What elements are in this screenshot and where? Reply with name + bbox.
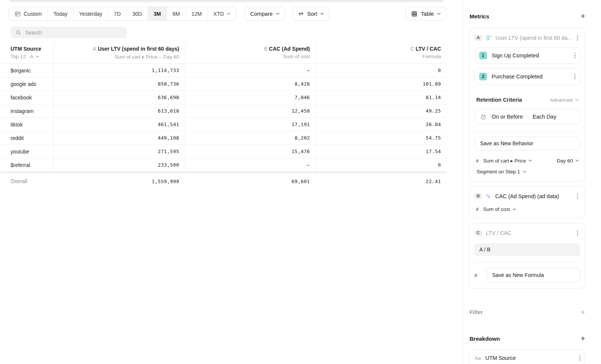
range-7d[interactable]: 7D (108, 7, 126, 20)
add-metric-button[interactable]: + (581, 13, 585, 20)
row-label: $referral (0, 158, 54, 172)
retention-criteria-selector[interactable]: On or Before Each Day (474, 109, 580, 125)
chevron-down-icon (437, 13, 441, 15)
view-table-button[interactable]: Table (406, 7, 446, 21)
search-input[interactable] (25, 30, 115, 36)
range-custom[interactable]: Custom (9, 7, 47, 20)
overall-value-a: 1,559,999 (54, 173, 185, 190)
row-label: tiktok (0, 118, 54, 131)
range-12m[interactable]: 12M (186, 7, 207, 20)
chevron-down-icon (227, 13, 230, 15)
breakdown-table: UTM Source Top 12 · A AUser LTV (spend i… (0, 42, 447, 190)
row-value-c: 0 (316, 64, 447, 77)
metric-b-header[interactable]: B CAC (Ad Spend) (ad data) (474, 191, 580, 201)
save-as-new-formula-button[interactable]: Save as New Formula (486, 268, 580, 282)
chevron-down-icon (575, 159, 579, 162)
sort-button[interactable]: Sort (293, 7, 330, 21)
series-letter: B (264, 46, 267, 52)
row-value-b: 7,846 (185, 91, 316, 104)
row-value-b: – (185, 64, 316, 77)
scrolled-card-edge (9, 0, 444, 3)
series-letter: C (410, 46, 414, 52)
row-value-a: 271,595 (54, 145, 185, 158)
range-yesterday[interactable]: Yesterday (73, 7, 108, 20)
range-label: 6M (172, 11, 180, 17)
row-value-a: 858,736 (54, 77, 185, 91)
compare-button[interactable]: Compare (245, 7, 285, 21)
table-row[interactable]: tiktok 461,541 17,191 26.84 (0, 118, 447, 131)
view-label: Table (421, 11, 434, 17)
metric-c-header[interactable]: C LTV / CAC (474, 228, 580, 238)
range-30d[interactable]: 30D (126, 7, 148, 20)
formula-save-row: # Save as New Formula (474, 268, 580, 282)
step-label: Sign Up Completed (492, 53, 567, 59)
range-3m-active[interactable]: 3M (148, 7, 166, 20)
column-title: CAC (Ad Spend) (269, 46, 310, 52)
column-header-cac[interactable]: BCAC (Ad Spend) Sum of cost (185, 42, 316, 63)
metric-b-badge: B (474, 193, 482, 200)
column-title: LTV / CAC (416, 46, 441, 52)
column-header-utm-source[interactable]: UTM Source Top 12 · A (0, 42, 54, 63)
range-label: 3M (154, 11, 161, 17)
number-type-icon: # (474, 272, 477, 278)
table-row[interactable]: reddit 449,108 8,202 54.75 (0, 131, 447, 145)
aggregation-property-label: Sum of cost (483, 206, 510, 212)
table-row[interactable]: facebook 636,698 7,846 81.14 (0, 91, 447, 104)
table-row[interactable]: $referral 233,500 – 0 (0, 158, 447, 172)
card-divider (474, 262, 580, 262)
row-value-c: 101.89 (316, 77, 447, 91)
metrics-title: Metrics (470, 13, 489, 20)
add-breakdown-button[interactable]: + (581, 335, 585, 342)
metric-a-menu-icon[interactable] (575, 34, 580, 42)
sum-of-cost-dropdown[interactable]: Sum of cost (483, 206, 516, 212)
metrics-header: Metrics + (470, 13, 585, 20)
sort-label: Sort (307, 11, 317, 17)
formula-input[interactable]: A / B (474, 243, 580, 256)
click-spark-icon (486, 194, 491, 199)
sort-arrows-icon (298, 11, 304, 17)
window-dropdown[interactable]: Day 60 (557, 158, 579, 164)
metric-c-badge: C (474, 230, 482, 236)
table-row[interactable]: instagram 613,618 12,458 49.25 (0, 104, 447, 118)
retention-mode-dropdown[interactable]: Advanced (550, 97, 578, 103)
table-row[interactable]: google ads 858,736 8,428 101.89 (0, 77, 447, 91)
metric-c-menu-icon[interactable] (575, 229, 580, 237)
step-menu-icon[interactable] (572, 72, 578, 81)
retention-criteria-row: Retention Criteria Advanced (476, 97, 578, 103)
column-subtitle: Sum of cost (283, 54, 310, 59)
row-value-b: 12,458 (185, 104, 316, 118)
range-6m[interactable]: 6M (166, 7, 185, 20)
breakdown-header: Breakdown + (470, 335, 585, 342)
step-2-purchase[interactable]: 2 Purchase Completed (474, 68, 580, 85)
row-label: youtube (0, 145, 54, 158)
column-title: UTM Source (11, 45, 48, 53)
column-header-ltv-cac[interactable]: CLTV / CAC Formula (316, 42, 447, 63)
breakdown-item-utm-source[interactable]: Aa UTM Source (470, 350, 585, 364)
chevron-down-icon (36, 56, 39, 58)
column-subtitle: Sum of cart ▸ Price – Day 60 (115, 54, 179, 60)
table-row[interactable]: $organic 1,114,733 – 0 (0, 64, 447, 77)
add-filter-button[interactable]: + (581, 309, 585, 316)
chevron-down-icon (523, 171, 526, 173)
metric-b-title: CAC (Ad Spend) (ad data) (495, 193, 571, 199)
range-xtd[interactable]: XTD (207, 7, 236, 20)
step-label: Purchase Completed (492, 74, 567, 80)
table-row[interactable]: youtube 271,595 15,476 17.54 (0, 145, 447, 158)
metric-a-header[interactable]: A User LTV (spend in first 60 da... (474, 33, 580, 43)
chevron-down-icon (575, 99, 578, 101)
chevron-down-icon (513, 208, 516, 211)
metric-b-menu-icon[interactable] (575, 192, 580, 200)
chevron-down-icon (276, 13, 279, 15)
column-header-user-ltv[interactable]: AUser LTV (spend in first 60 days) Sum o… (54, 42, 185, 63)
step-menu-icon[interactable] (572, 51, 578, 60)
metric-card-a: A User LTV (spend in first 60 da... 1 Si… (470, 28, 585, 182)
save-as-new-behavior-button[interactable]: Save as New Behavior (474, 137, 580, 150)
string-type-icon: Aa (475, 355, 481, 361)
step-1-sign-up[interactable]: 1 Sign Up Completed (474, 47, 580, 64)
aggregation-property-dropdown[interactable]: Sum of cart ▸ Price (483, 158, 532, 164)
breakdown-menu-icon[interactable] (577, 354, 583, 362)
row-label: google ads (0, 77, 54, 91)
range-today[interactable]: Today (47, 7, 73, 20)
retention-criteria-title: Retention Criteria (476, 97, 522, 103)
segment-dropdown[interactable]: Segment on Step 1 (477, 169, 526, 174)
